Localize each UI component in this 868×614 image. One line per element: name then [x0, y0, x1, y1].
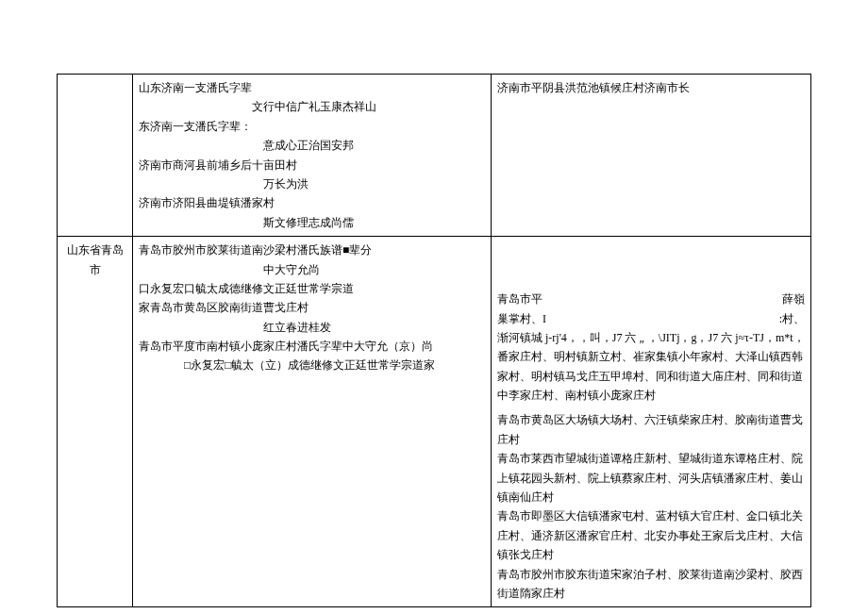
line-text: 文行中信广礼玉康杰祥山 [139, 97, 485, 116]
line-text: 青岛市胶州市胶莱街道南沙梁村潘氏族谱■辈分 [139, 241, 485, 259]
line-text: 济南市商河县前埔乡后十亩田村 [139, 156, 485, 174]
line-text: 口永复宏口毓太成德继修文正廷世常学宗道 [139, 279, 485, 298]
paragraph-text: 青岛市莱西市望城街道谭格庄新村、望城街道东谭格庄村、院上镇花园头新村、院上镇蔡家… [497, 449, 805, 506]
line-text: 家青岛市黄岛区胶南街道曹戈庄村 [139, 298, 485, 317]
line-text: □永复宏□毓太（立）成德继修文正廷世常学宗道家 [139, 356, 485, 374]
split-line: 巢掌村、I :村、 [497, 309, 805, 328]
line-text: 万长为洪 [139, 174, 485, 193]
region-cell-1 [58, 75, 133, 237]
paragraph-text: 渐河镇城 j-rj'4，，叫，J7 六 „ ，\JITj，g，J7 六 j≈τ-… [497, 328, 805, 406]
genealogy-cell-1: 山东济南一支潘氏字辈 文行中信广礼玉康杰祥山 东济南一支潘氏字辈： 意成心正治国… [133, 75, 492, 237]
region-cell-2: 山东省青岛市 [58, 237, 133, 607]
location-cell-1: 济南市平阴县洪范池镇候庄村济南市长 [492, 75, 811, 237]
line-text: 东济南一支潘氏字辈： [139, 117, 485, 136]
line-text: 济南市平阴县洪范池镇候庄村济南市长 [497, 78, 805, 97]
line-text: 巢掌村、I [497, 309, 546, 328]
genealogy-cell-2: 青岛市胶州市胶莱街道南沙梁村潘氏族谱■辈分 中大守允尚 口永复宏口毓太成德继修文… [133, 237, 492, 607]
location-cell-2: 青岛市平 薛嶺 巢掌村、I :村、 渐河镇城 j-rj'4，，叫，J7 六 „ … [492, 237, 811, 607]
line-text: 红立春进桂发 [139, 318, 485, 337]
line-text: 中大守允尚 [139, 260, 485, 279]
paragraph-text: 青岛市黄岛区大场镇大场村、六汪镇柴家庄村、胶南街道曹戈庄村 [497, 410, 805, 449]
line-text: 斯文修理志成尚儒 [139, 213, 485, 232]
line-text: 意成心正治国安邦 [139, 136, 485, 155]
paragraph-text: 青岛市即墨区大信镇潘家屯村、蓝村镇大官庄村、金口镇北关庄村、通济新区潘家官庄村、… [497, 506, 805, 564]
line-text: 山东济南一支潘氏字辈 [139, 78, 485, 97]
genealogy-table: 山东济南一支潘氏字辈 文行中信广礼玉康杰祥山 东济南一支潘氏字辈： 意成心正治国… [57, 74, 811, 607]
paragraph-text: 青岛市胶州市胶东街道宋家泊子村、胶莱街道南沙梁村、胶西街道隋家庄村 [497, 565, 805, 604]
line-text: 薛嶺 [782, 290, 805, 308]
table-row: 山东省青岛市 青岛市胶州市胶莱街道南沙梁村潘氏族谱■辈分 中大守允尚 口永复宏口… [58, 237, 811, 607]
line-text: :村、 [779, 309, 805, 328]
table-row: 山东济南一支潘氏字辈 文行中信广礼玉康杰祥山 东济南一支潘氏字辈： 意成心正治国… [58, 75, 811, 237]
split-line: 青岛市平 薛嶺 [497, 290, 805, 308]
line-text: 济南市济阳县曲堤镇潘家村 [139, 193, 485, 212]
line-text: 青岛市平度市南村镇小庞家庄村潘氏字辈中大守允（京）尚 [139, 337, 485, 356]
line-text: 青岛市平 [497, 290, 542, 308]
